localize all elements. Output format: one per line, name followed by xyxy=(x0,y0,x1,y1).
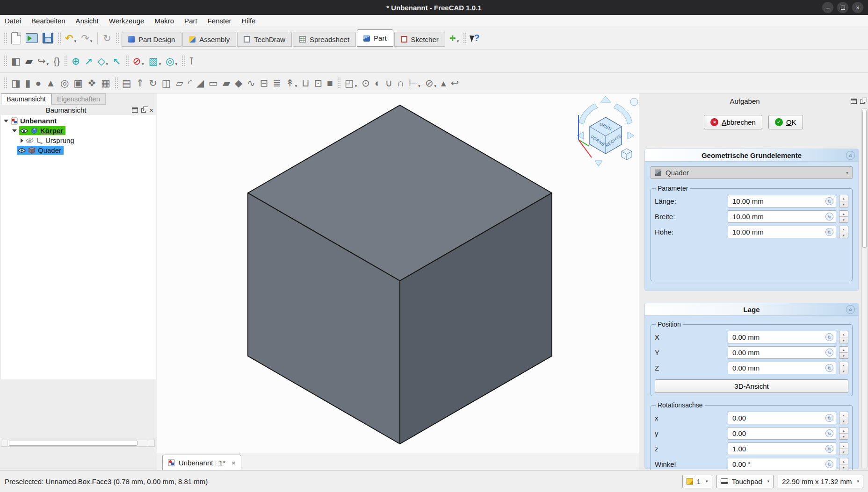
3d-viewport[interactable]: OBEN VORNE RECHTS xyxy=(157,93,639,453)
spinner[interactable]: ▴▾ xyxy=(839,226,848,238)
rotation-circle-icon[interactable] xyxy=(630,98,638,106)
section-button[interactable]: ⊟ xyxy=(258,76,271,91)
ok-button[interactable]: ✓ OK xyxy=(768,115,803,129)
connect-button[interactable]: ⊢▾ xyxy=(406,76,423,91)
value-input[interactable]: 0.00 °fx xyxy=(728,458,836,471)
loft-button[interactable]: ◆ xyxy=(232,76,245,91)
close-panel-icon[interactable]: × xyxy=(149,107,153,114)
box-button[interactable]: ◨ xyxy=(9,76,23,91)
collapse-section-icon[interactable]: « xyxy=(846,305,855,314)
spinner[interactable]: ▴▾ xyxy=(839,331,848,343)
spin-down-icon[interactable]: ▾ xyxy=(839,418,848,424)
align-to-selection-button[interactable]: ↖ xyxy=(110,54,123,69)
value-input[interactable]: 10.00 mmfx xyxy=(728,210,836,223)
spinner[interactable]: ▴▾ xyxy=(839,195,848,207)
value-input[interactable]: 10.00 mmfx xyxy=(728,226,836,238)
draw-style-button[interactable]: ▧▾ xyxy=(146,54,163,69)
tree-item-quader[interactable]: Quader xyxy=(1,145,156,155)
minimize-button[interactable]: – xyxy=(822,2,833,13)
add-workbench-button[interactable]: +▾ xyxy=(447,31,462,46)
spinner[interactable]: ▴▾ xyxy=(839,412,848,424)
scroll-right-cap[interactable] xyxy=(148,440,154,446)
toolbar-grip[interactable] xyxy=(4,32,7,44)
navigation-style-button[interactable]: ⊘▾ xyxy=(130,54,146,69)
ruled-surface-button[interactable]: ▰ xyxy=(220,76,232,91)
toolbar-grip[interactable] xyxy=(463,32,466,44)
open-button[interactable] xyxy=(23,31,40,46)
value-input[interactable]: 10.00 mmfx xyxy=(728,195,836,207)
spinner[interactable]: ▴▾ xyxy=(839,346,848,359)
expression-bind-icon[interactable]: fx xyxy=(825,429,833,437)
navigation-style-select[interactable]: Touchpad ▾ xyxy=(716,475,774,488)
fit-all-button[interactable]: ⊕ xyxy=(69,54,82,69)
make-link-button[interactable]: ↪▾ xyxy=(35,54,51,69)
spin-down-icon[interactable]: ▾ xyxy=(839,433,848,439)
3d-view-button[interactable]: 3D-Ansicht xyxy=(655,379,848,393)
collapse-section-icon[interactable]: « xyxy=(846,151,855,160)
menu-fenster[interactable]: Fenster xyxy=(208,17,231,25)
create-part-button[interactable]: ◧ xyxy=(9,54,23,69)
value-input[interactable]: 0.00 mmfx xyxy=(728,346,836,359)
workbench-tab-sketcher[interactable]: Sketcher xyxy=(394,32,445,47)
view-dimension-select[interactable]: 22.90 mm x 17.32 mm ▾ xyxy=(778,475,863,488)
menu-makro[interactable]: Makro xyxy=(154,17,174,25)
expression-bind-icon[interactable]: fx xyxy=(825,460,833,468)
menu-ansicht[interactable]: Ansicht xyxy=(76,17,99,25)
spin-up-icon[interactable]: ▴ xyxy=(839,195,848,201)
float-panel-icon[interactable] xyxy=(860,100,865,104)
redo-button[interactable]: ↷▾ xyxy=(79,31,94,46)
toolbar-grip[interactable] xyxy=(4,55,7,67)
spin-down-icon[interactable]: ▾ xyxy=(839,337,848,343)
navigation-cube[interactable]: OBEN VORNE RECHTS xyxy=(571,95,639,172)
extrude-button[interactable]: ⇑ xyxy=(134,76,147,91)
expression-bind-icon[interactable]: fx xyxy=(825,414,833,422)
expression-braces-button[interactable]: {} xyxy=(51,54,62,69)
toolbar-grip[interactable] xyxy=(4,77,7,89)
wire-face-button[interactable]: ▭ xyxy=(206,76,220,91)
measure-button[interactable]: ⊺ xyxy=(187,54,196,69)
new-document-button[interactable] xyxy=(9,31,23,46)
spin-down-icon[interactable]: ▾ xyxy=(839,216,848,222)
value-input[interactable]: 0.00fx xyxy=(728,412,836,424)
task-panel-scrollbar[interactable] xyxy=(861,108,868,468)
common-button[interactable]: ∩ xyxy=(395,76,406,91)
rotate-left-arrow-icon[interactable] xyxy=(579,104,598,124)
spin-down-icon[interactable]: ▾ xyxy=(839,201,848,207)
workbench-tab-techdraw[interactable]: TechDraw xyxy=(237,32,292,47)
float-panel-icon[interactable] xyxy=(141,108,146,113)
scrollbar-thumb[interactable] xyxy=(862,110,867,248)
torus-button[interactable]: ◎ xyxy=(58,76,71,91)
tab-baumansicht[interactable]: Baumansicht xyxy=(1,93,51,105)
workbench-tab-part-design[interactable]: Part Design xyxy=(122,32,181,47)
rotate-right-arrow-icon[interactable] xyxy=(614,104,632,124)
spin-up-icon[interactable]: ▴ xyxy=(839,412,848,418)
spin-down-icon[interactable]: ▾ xyxy=(839,368,848,374)
fillet-button[interactable]: ◜ xyxy=(186,76,194,91)
toolbar-grip[interactable] xyxy=(58,32,61,44)
dock-minimize-icon[interactable] xyxy=(851,99,857,104)
spin-down-icon[interactable]: ▾ xyxy=(839,232,848,238)
tree-item-ursprung[interactable]: Ursprung xyxy=(1,135,156,145)
cross-sections-button[interactable]: ≣ xyxy=(270,76,283,91)
spin-down-icon[interactable]: ▾ xyxy=(839,464,848,470)
chamfer-button[interactable]: ◢ xyxy=(194,76,206,91)
workbench-tab-part[interactable]: Part xyxy=(357,29,393,47)
projection-button[interactable]: ⊡ xyxy=(312,76,325,91)
whats-this-button[interactable]: ? xyxy=(468,31,482,46)
spin-up-icon[interactable]: ▴ xyxy=(839,347,848,352)
scrollbar-thumb[interactable] xyxy=(9,441,137,446)
menu-datei[interactable]: Datei xyxy=(5,17,21,25)
spin-down-icon[interactable]: ▾ xyxy=(839,352,848,358)
expression-bind-icon[interactable]: fx xyxy=(825,197,833,205)
expression-bind-icon[interactable]: fx xyxy=(825,445,833,453)
offset-button[interactable]: ↟▾ xyxy=(283,76,299,91)
revolve-button[interactable]: ↻ xyxy=(146,76,159,91)
value-input[interactable]: 0.00 mmfx xyxy=(728,331,836,343)
layer-select[interactable]: 1 ▾ xyxy=(682,475,712,488)
workbench-tab-assembly[interactable]: Assembly xyxy=(182,32,236,47)
tree-item-unbenannt[interactable]: Unbenannt xyxy=(1,116,156,126)
mirror-button[interactable]: ◫ xyxy=(159,76,174,91)
make-face-button[interactable]: ▤ xyxy=(120,76,134,91)
cancel-button[interactable]: × Abbrechen xyxy=(704,115,762,129)
dock-minimize-icon[interactable] xyxy=(132,107,138,113)
